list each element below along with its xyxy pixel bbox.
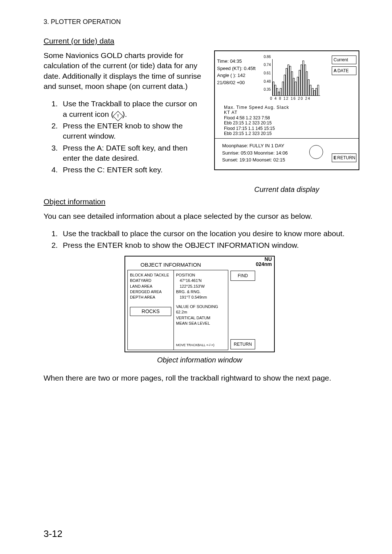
current-date: 21/08/02 +00 xyxy=(217,79,260,86)
position-lon: 122°25.153'W xyxy=(176,284,226,289)
object-details: POSITION 47°16.461'N 122°25.153'W BRG. &… xyxy=(174,270,228,350)
current-figure-caption: Current data display xyxy=(214,185,359,194)
sounding-header: VALUE OF SOUNDING xyxy=(176,304,226,309)
brg-value: 191°T 0.549nm xyxy=(176,295,226,300)
object-info-figure: NU 024nm OBJECT INFORMATION BLOCK AND TA… xyxy=(124,256,275,352)
obj-step-2: Press the ENTER knob to show the OBJECT … xyxy=(60,240,356,250)
softkey-obj-return[interactable]: RETURN xyxy=(230,339,255,349)
sunset-moonset: Sunset: 19:10 Moonset: 02:15 xyxy=(222,156,355,164)
distance-label: 024nm xyxy=(256,262,272,267)
step-1-tail: ). xyxy=(122,110,127,118)
vdatum-header: VERTICAL DATUM xyxy=(176,315,226,321)
section1-intro: Some Navionics GOLD charts provide for c… xyxy=(44,50,203,91)
current-chart: 0.86 0.74 0.61 0.48 0.35 0 4 8 12 16 20 … xyxy=(262,51,320,100)
list-item[interactable]: DEPTH AREA xyxy=(130,295,171,300)
nu-label: NU xyxy=(256,257,272,262)
list-item[interactable]: BOATYARD xyxy=(130,278,171,283)
current-icon xyxy=(113,111,123,121)
sounding-value: 62.2m xyxy=(176,309,226,315)
tide-row: Flood 4:58 1.2 323 7:58 xyxy=(224,115,358,120)
step-1-text: Use the Trackball to place the cursor on… xyxy=(63,99,197,118)
section2-intro: You can see detailed information about a… xyxy=(44,211,356,221)
softkey-current[interactable]: Current xyxy=(332,56,356,64)
current-speed: Speed (KT): 0.45ft xyxy=(217,65,260,72)
section2-steps: Use the trackball to place the cursor on… xyxy=(44,229,356,251)
section-title-current: Current (or tide) data xyxy=(44,37,356,45)
brg-header: BRG. & RNG. xyxy=(176,289,226,295)
list-item[interactable]: LAND AREA xyxy=(130,284,171,289)
sunrise-moonrise: Sunrise: 05:03 Moonrise: 14:06 xyxy=(222,149,355,157)
current-data-figure: Current ADATE ERETURN Time: 04:35 Speed … xyxy=(214,50,359,170)
softkey-find[interactable]: FIND xyxy=(230,271,255,281)
page-header: 3. PLOTTER OPERATION xyxy=(44,18,356,26)
tide-row: Ebb 23:15 1.2 323 20:15 xyxy=(224,131,358,136)
section-title-object: Object information xyxy=(44,197,356,206)
trackball-hint: MOVE TRACKBALL <-/->) xyxy=(176,343,226,348)
tide-table: Max. Time Speed Aug. Slack KT AT Flood 4… xyxy=(215,103,359,139)
pos-header: POSITION xyxy=(176,272,226,278)
step-4: Press the C: ENTER soft key. xyxy=(60,165,203,175)
object-figure-caption: Object information window xyxy=(44,356,356,364)
vdatum-value: MEAN SEA LEVEL xyxy=(176,321,226,326)
object-info-title: OBJECT INFORMATION xyxy=(125,257,274,268)
step-1: Use the Trackball to place the cursor on… xyxy=(60,99,203,119)
step-3: Press the A: DATE soft key, and then ent… xyxy=(60,143,203,164)
section1-steps: Use the Trackball to place the cursor on… xyxy=(44,99,203,175)
softkey-date[interactable]: ADATE xyxy=(332,66,356,75)
step-2: Press the ENTER knob to show the current… xyxy=(60,121,203,141)
object-list: BLOCK AND TACKLE BOATYARD LAND AREA DERD… xyxy=(127,270,174,350)
chart-xticks: 0 4 8 12 16 20 24 xyxy=(270,96,320,100)
current-time: Time: 04:35 xyxy=(217,58,260,65)
closing-text: When there are two or more pages, roll t… xyxy=(44,373,356,383)
page-number: 3-12 xyxy=(44,528,62,539)
position-lat: 47°16.461'N xyxy=(176,278,226,283)
tide-row: Flood 17:15 1.1 145 15:15 xyxy=(224,126,358,131)
list-item-selected[interactable]: ROCKS xyxy=(130,307,171,316)
list-item[interactable]: BLOCK AND TACKLE xyxy=(130,272,171,278)
tide-row: Ebb 23:15 1.2 323 20:15 xyxy=(224,120,358,126)
moonphase: Moonphase: FULLY IN 1 DAY xyxy=(222,142,355,149)
obj-step-1: Use the trackball to place the cursor on… xyxy=(60,229,356,239)
list-item[interactable]: DERDGED AREA xyxy=(130,289,171,295)
current-angle: Angle ( ): 142 xyxy=(217,72,260,79)
